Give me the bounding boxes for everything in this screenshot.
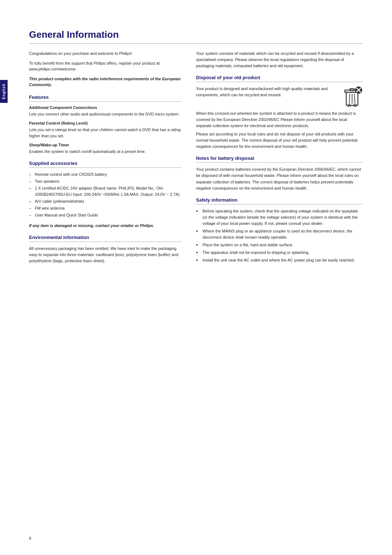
feature-body-2: Lets you set a ratings level so that you…: [29, 127, 181, 139]
list-item: FM wire antenna: [29, 205, 181, 211]
list-item: Two speakers: [29, 178, 181, 185]
feature-item-2: Parental Control (Rating Level) Lets you…: [29, 121, 181, 139]
feature-title-1: Additional Component Connections: [29, 105, 181, 110]
feature-body-3: Enables the system to switch on/off auto…: [29, 149, 181, 155]
disposal-para2: When this crossed-out wheeled bin symbol…: [196, 110, 363, 129]
intro-para1: Congratulations on your purchase and wel…: [29, 50, 181, 57]
feature-item-1: Additional Component Connections Lets yo…: [29, 105, 181, 117]
disposal-row: Your product is designed and manufacture…: [196, 86, 363, 108]
damaged-notice: If any item is damaged or missing, conta…: [29, 223, 181, 229]
page-title: General Information: [29, 29, 363, 44]
features-section-title: Features: [29, 94, 181, 102]
disposal-para1: Your product is designed and manufacture…: [196, 86, 339, 98]
disposal-icon-container: [343, 86, 363, 108]
svg-line-3: [349, 94, 350, 104]
list-item: 1 X certified AC/DC 24V adaptor (Brand n…: [29, 185, 181, 198]
disposal-section-title: Disposal of your old product: [196, 75, 363, 82]
environmental-body: All unnecessary packaging has been omitt…: [29, 246, 181, 264]
page-number: 8: [29, 536, 31, 540]
intro-italic-notice: This product complies with the radio int…: [29, 76, 181, 88]
feature-item-3: Sleep/Wake-up Timer Enables the system t…: [29, 143, 181, 155]
feature-title-3: Sleep/Wake-up Timer: [29, 143, 181, 147]
list-item: Install the unit near the AC outlet and …: [196, 257, 363, 263]
list-item: Place the system on a flat, hard and sta…: [196, 242, 363, 248]
intro-para2: To fully benefit from the support that P…: [29, 60, 181, 72]
disposal-text-block: Your product is designed and manufacture…: [196, 86, 339, 100]
list-item: Where the MAINS plug or an appliance cou…: [196, 228, 363, 240]
svg-rect-2: [350, 89, 354, 90]
main-content: Congratulations on your purchase and wel…: [29, 50, 363, 267]
safety-section-title: Safety information: [196, 197, 363, 204]
list-item: User Manual and Quick Start Guide: [29, 212, 181, 218]
feature-body-1: Lets you connect other audio and audio/v…: [29, 111, 181, 117]
right-column: Your system consists of materials which …: [196, 50, 363, 267]
supplied-section-title: Supplied accessories: [29, 161, 181, 168]
safety-list: Before operating the system, check that …: [196, 208, 363, 263]
battery-section-title: Notes for battery disposal: [196, 155, 363, 163]
language-tab: English: [0, 80, 8, 103]
environmental-section-title: Environmental information: [29, 235, 181, 242]
page: English General Information Congratulati…: [0, 0, 392, 555]
battery-body: Your product contains batteries covered …: [196, 166, 363, 191]
supplied-list: Remote control with one CR2025 battery T…: [29, 171, 181, 218]
list-item: The apparatus shall not be exposed to dr…: [196, 250, 363, 256]
disposal-para3: Please act according to your local rules…: [196, 131, 363, 150]
list-item: Remote control with one CR2025 battery: [29, 171, 181, 178]
list-item: Before operating the system, check that …: [196, 208, 363, 227]
recycling-text: Your system consists of materials which …: [196, 50, 363, 69]
wastebin-icon: [343, 86, 363, 107]
left-column: Congratulations on your purchase and wel…: [29, 50, 181, 267]
svg-line-5: [354, 94, 355, 104]
list-item: A/V cable (yellow/red/white): [29, 198, 181, 204]
feature-title-2: Parental Control (Rating Level): [29, 121, 181, 125]
